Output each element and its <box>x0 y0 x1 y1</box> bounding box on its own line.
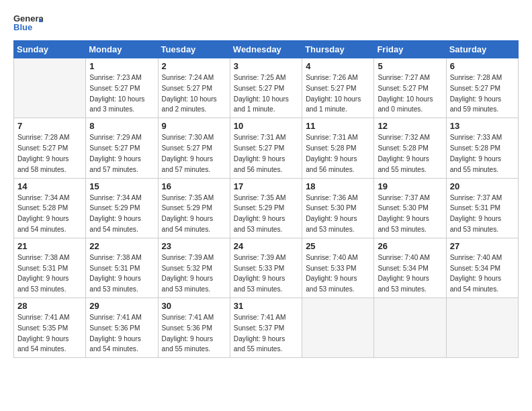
day-cell: 25Sunrise: 7:40 AMSunset: 5:33 PMDayligh… <box>302 238 374 298</box>
day-cell: 13Sunrise: 7:33 AMSunset: 5:28 PMDayligh… <box>446 118 518 178</box>
day-info: Sunrise: 7:31 AMSunset: 5:27 PMDaylight:… <box>234 132 298 175</box>
day-info: Sunrise: 7:30 AMSunset: 5:27 PMDaylight:… <box>162 132 226 175</box>
day-number: 4 <box>306 61 370 71</box>
col-header-tuesday: Tuesday <box>158 41 230 58</box>
day-number: 15 <box>89 181 154 191</box>
header: General Blue <box>13 12 519 34</box>
day-cell: 30Sunrise: 7:41 AMSunset: 5:36 PMDayligh… <box>158 298 230 358</box>
week-row-0: 1Sunrise: 7:23 AMSunset: 5:27 PMDaylight… <box>14 58 519 118</box>
col-header-monday: Monday <box>86 41 158 58</box>
day-number: 29 <box>89 301 154 311</box>
day-cell: 5Sunrise: 7:27 AMSunset: 5:27 PMDaylight… <box>374 58 446 118</box>
day-info: Sunrise: 7:28 AMSunset: 5:27 PMDaylight:… <box>17 132 82 175</box>
day-number: 18 <box>306 181 370 191</box>
day-info: Sunrise: 7:37 AMSunset: 5:31 PMDaylight:… <box>450 193 515 235</box>
day-info: Sunrise: 7:33 AMSunset: 5:28 PMDaylight:… <box>450 132 515 175</box>
day-cell <box>446 298 518 358</box>
day-cell <box>14 58 86 118</box>
day-info: Sunrise: 7:39 AMSunset: 5:33 PMDaylight:… <box>234 253 298 295</box>
day-number: 10 <box>234 121 298 131</box>
day-cell: 27Sunrise: 7:40 AMSunset: 5:34 PMDayligh… <box>446 238 518 298</box>
day-info: Sunrise: 7:40 AMSunset: 5:33 PMDaylight:… <box>306 253 370 295</box>
day-cell: 16Sunrise: 7:35 AMSunset: 5:29 PMDayligh… <box>158 178 230 238</box>
day-cell: 12Sunrise: 7:32 AMSunset: 5:28 PMDayligh… <box>374 118 446 178</box>
day-number: 19 <box>378 181 442 191</box>
day-cell: 1Sunrise: 7:23 AMSunset: 5:27 PMDaylight… <box>86 58 158 118</box>
day-number: 13 <box>450 121 515 131</box>
day-cell: 18Sunrise: 7:36 AMSunset: 5:30 PMDayligh… <box>302 178 374 238</box>
day-number: 9 <box>162 121 226 131</box>
day-info: Sunrise: 7:34 AMSunset: 5:29 PMDaylight:… <box>89 193 154 235</box>
day-number: 8 <box>89 121 154 131</box>
day-info: Sunrise: 7:31 AMSunset: 5:28 PMDaylight:… <box>306 132 370 175</box>
day-cell: 26Sunrise: 7:40 AMSunset: 5:34 PMDayligh… <box>374 238 446 298</box>
day-info: Sunrise: 7:27 AMSunset: 5:27 PMDaylight:… <box>378 73 442 115</box>
calendar-table: SundayMondayTuesdayWednesdayThursdayFrid… <box>13 40 519 358</box>
day-number: 17 <box>234 181 298 191</box>
logo: General Blue <box>13 12 43 34</box>
day-info: Sunrise: 7:25 AMSunset: 5:27 PMDaylight:… <box>234 73 298 115</box>
page: General Blue SundayMondayTuesdayWednesda… <box>0 0 532 370</box>
svg-text:Blue: Blue <box>13 22 32 32</box>
day-info: Sunrise: 7:28 AMSunset: 5:27 PMDaylight:… <box>450 73 515 115</box>
day-cell: 24Sunrise: 7:39 AMSunset: 5:33 PMDayligh… <box>230 238 302 298</box>
day-info: Sunrise: 7:41 AMSunset: 5:36 PMDaylight:… <box>89 312 154 355</box>
day-info: Sunrise: 7:38 AMSunset: 5:31 PMDaylight:… <box>89 253 154 295</box>
day-cell: 21Sunrise: 7:38 AMSunset: 5:31 PMDayligh… <box>14 238 86 298</box>
day-info: Sunrise: 7:41 AMSunset: 5:37 PMDaylight:… <box>234 312 298 355</box>
day-cell: 2Sunrise: 7:24 AMSunset: 5:27 PMDaylight… <box>158 58 230 118</box>
day-number: 20 <box>450 181 515 191</box>
calendar-header-row: SundayMondayTuesdayWednesdayThursdayFrid… <box>14 41 519 58</box>
logo-icon: General Blue <box>13 12 43 34</box>
day-number: 16 <box>162 181 226 191</box>
col-header-thursday: Thursday <box>302 41 374 58</box>
day-cell: 31Sunrise: 7:41 AMSunset: 5:37 PMDayligh… <box>230 298 302 358</box>
week-row-3: 21Sunrise: 7:38 AMSunset: 5:31 PMDayligh… <box>14 238 519 298</box>
week-row-2: 14Sunrise: 7:34 AMSunset: 5:28 PMDayligh… <box>14 178 519 238</box>
day-info: Sunrise: 7:40 AMSunset: 5:34 PMDaylight:… <box>378 253 442 295</box>
day-info: Sunrise: 7:38 AMSunset: 5:31 PMDaylight:… <box>17 253 82 295</box>
day-number: 22 <box>89 241 154 251</box>
col-header-wednesday: Wednesday <box>230 41 302 58</box>
day-number: 5 <box>378 61 442 71</box>
day-number: 25 <box>306 241 370 251</box>
day-cell: 15Sunrise: 7:34 AMSunset: 5:29 PMDayligh… <box>86 178 158 238</box>
day-number: 21 <box>17 241 82 251</box>
col-header-sunday: Sunday <box>14 41 86 58</box>
day-info: Sunrise: 7:26 AMSunset: 5:27 PMDaylight:… <box>306 73 370 115</box>
day-info: Sunrise: 7:40 AMSunset: 5:34 PMDaylight:… <box>450 253 515 295</box>
day-cell: 29Sunrise: 7:41 AMSunset: 5:36 PMDayligh… <box>86 298 158 358</box>
day-info: Sunrise: 7:35 AMSunset: 5:29 PMDaylight:… <box>162 193 226 235</box>
day-number: 6 <box>450 61 515 71</box>
day-number: 31 <box>234 301 298 311</box>
day-cell: 23Sunrise: 7:39 AMSunset: 5:32 PMDayligh… <box>158 238 230 298</box>
day-cell <box>302 298 374 358</box>
day-cell: 3Sunrise: 7:25 AMSunset: 5:27 PMDaylight… <box>230 58 302 118</box>
day-cell: 14Sunrise: 7:34 AMSunset: 5:28 PMDayligh… <box>14 178 86 238</box>
day-cell: 20Sunrise: 7:37 AMSunset: 5:31 PMDayligh… <box>446 178 518 238</box>
day-cell: 17Sunrise: 7:35 AMSunset: 5:29 PMDayligh… <box>230 178 302 238</box>
day-cell: 7Sunrise: 7:28 AMSunset: 5:27 PMDaylight… <box>14 118 86 178</box>
day-number: 14 <box>17 181 82 191</box>
day-number: 27 <box>450 241 515 251</box>
day-cell: 4Sunrise: 7:26 AMSunset: 5:27 PMDaylight… <box>302 58 374 118</box>
day-cell: 10Sunrise: 7:31 AMSunset: 5:27 PMDayligh… <box>230 118 302 178</box>
day-number: 11 <box>306 121 370 131</box>
day-number: 1 <box>89 61 154 71</box>
col-header-friday: Friday <box>374 41 446 58</box>
day-info: Sunrise: 7:29 AMSunset: 5:27 PMDaylight:… <box>89 132 154 175</box>
day-number: 30 <box>162 301 226 311</box>
day-info: Sunrise: 7:39 AMSunset: 5:32 PMDaylight:… <box>162 253 226 295</box>
day-info: Sunrise: 7:34 AMSunset: 5:28 PMDaylight:… <box>17 193 82 235</box>
day-number: 23 <box>162 241 226 251</box>
day-info: Sunrise: 7:32 AMSunset: 5:28 PMDaylight:… <box>378 132 442 175</box>
day-info: Sunrise: 7:24 AMSunset: 5:27 PMDaylight:… <box>162 73 226 115</box>
week-row-4: 28Sunrise: 7:41 AMSunset: 5:35 PMDayligh… <box>14 298 519 358</box>
day-info: Sunrise: 7:37 AMSunset: 5:30 PMDaylight:… <box>378 193 442 235</box>
col-header-saturday: Saturday <box>446 41 518 58</box>
day-info: Sunrise: 7:23 AMSunset: 5:27 PMDaylight:… <box>89 73 154 115</box>
day-number: 12 <box>378 121 442 131</box>
day-cell: 28Sunrise: 7:41 AMSunset: 5:35 PMDayligh… <box>14 298 86 358</box>
day-number: 3 <box>234 61 298 71</box>
day-cell <box>374 298 446 358</box>
